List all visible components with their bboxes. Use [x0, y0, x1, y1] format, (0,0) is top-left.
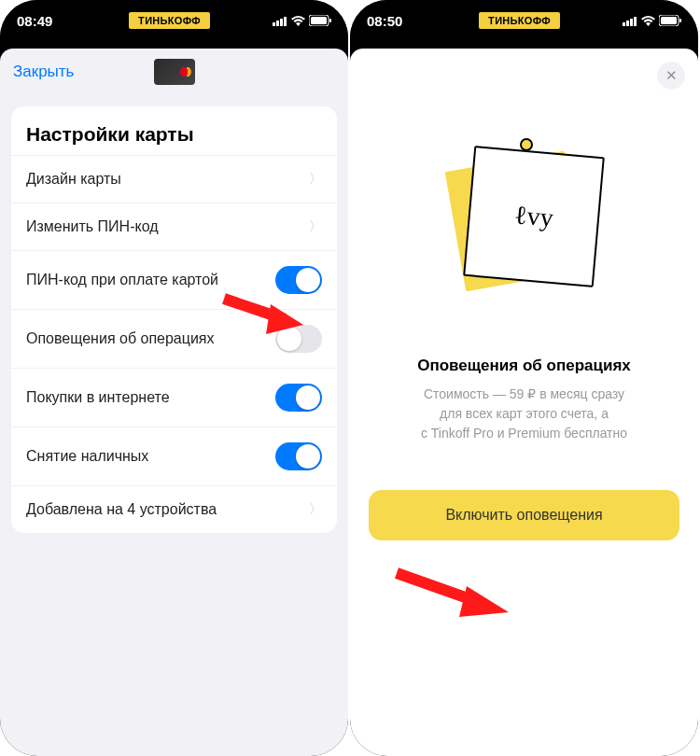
svg-rect-5: [311, 17, 327, 24]
status-icons: [616, 13, 681, 29]
svg-rect-8: [626, 21, 629, 26]
row-design[interactable]: Дизайн карты 〉: [11, 155, 337, 203]
svg-rect-0: [273, 22, 275, 26]
group-title: Настройки карты: [11, 106, 337, 155]
svg-rect-2: [280, 19, 283, 26]
status-brand: ТИНЬКОФФ: [129, 12, 210, 29]
phone-right: 08:50 ТИНЬКОФФ ✕ ℓvy Оповещения об опера…: [350, 0, 698, 756]
cellular-icon: [623, 13, 637, 29]
row-notifications: Оповещения об операциях: [11, 309, 337, 368]
svg-rect-6: [329, 19, 331, 22]
row-cash-withdrawal: Снятие наличных: [11, 427, 337, 485]
status-brand: ТИНЬКОФФ: [479, 12, 560, 29]
sheet-header: Закрыть: [0, 49, 348, 95]
status-time: 08:49: [17, 13, 73, 29]
sticky-note-illustration-icon: ℓvy: [431, 133, 618, 319]
toggle-notifications[interactable]: [275, 325, 322, 353]
close-button[interactable]: ✕: [657, 62, 685, 90]
chevron-right-icon: 〉: [309, 171, 322, 188]
close-icon: ✕: [665, 67, 678, 84]
statusbar: 08:50 ТИНЬКОФФ: [350, 0, 698, 41]
close-link[interactable]: Закрыть: [13, 63, 74, 81]
toggle-cash-withdrawal[interactable]: [275, 442, 322, 470]
toggle-online-purchases[interactable]: [275, 384, 322, 412]
row-devices[interactable]: Добавлена на 4 устройства 〉: [11, 485, 337, 533]
battery-icon: [309, 13, 331, 29]
row-online-purchases: Покупки в интернете: [11, 368, 337, 427]
toggle-pin-on-pay[interactable]: [275, 266, 322, 294]
row-label: Дизайн карты: [26, 171, 121, 188]
info-description: Стоимость — 59 ₽ в месяц сразу для всех …: [387, 385, 661, 443]
row-label: ПИН-код при оплате картой: [26, 272, 218, 288]
row-label: Покупки в интернете: [26, 389, 170, 406]
status-time: 08:50: [367, 13, 423, 29]
row-label: Добавлена на 4 устройства: [26, 501, 217, 518]
row-pin-on-pay: ПИН-код при оплате картой: [11, 250, 337, 309]
row-label: Оповещения об операциях: [26, 330, 215, 347]
statusbar: 08:49 ТИНЬКОФФ: [0, 0, 348, 41]
svg-rect-3: [284, 17, 287, 26]
row-label: Изменить ПИН-код: [26, 218, 159, 235]
card-thumbnail-icon: [154, 59, 195, 85]
svg-rect-9: [630, 19, 633, 26]
row-change-pin[interactable]: Изменить ПИН-код 〉: [11, 203, 337, 250]
wifi-icon: [641, 13, 655, 29]
settings-sheet: Закрыть Настройки карты Дизайн карты 〉 И…: [0, 49, 348, 756]
svg-rect-12: [661, 17, 677, 24]
svg-rect-10: [634, 17, 637, 26]
settings-group: Настройки карты Дизайн карты 〉 Изменить …: [11, 106, 337, 533]
cellular-icon: [273, 13, 287, 29]
chevron-right-icon: 〉: [309, 218, 322, 235]
battery-icon: [659, 13, 681, 29]
phone-left: 08:49 ТИНЬКОФФ Закрыть Настройки карты Д…: [0, 0, 348, 756]
svg-rect-1: [276, 21, 279, 26]
info-sheet: ✕ ℓvy Оповещения об операциях Стоимость …: [350, 49, 698, 756]
svg-rect-7: [623, 22, 625, 26]
wifi-icon: [291, 13, 305, 29]
info-title: Оповещения об операциях: [369, 357, 679, 375]
svg-rect-13: [679, 19, 681, 22]
status-icons: [266, 13, 331, 29]
chevron-right-icon: 〉: [309, 501, 322, 518]
row-label: Снятие наличных: [26, 448, 148, 465]
enable-notifications-button[interactable]: Включить оповещения: [369, 490, 679, 540]
